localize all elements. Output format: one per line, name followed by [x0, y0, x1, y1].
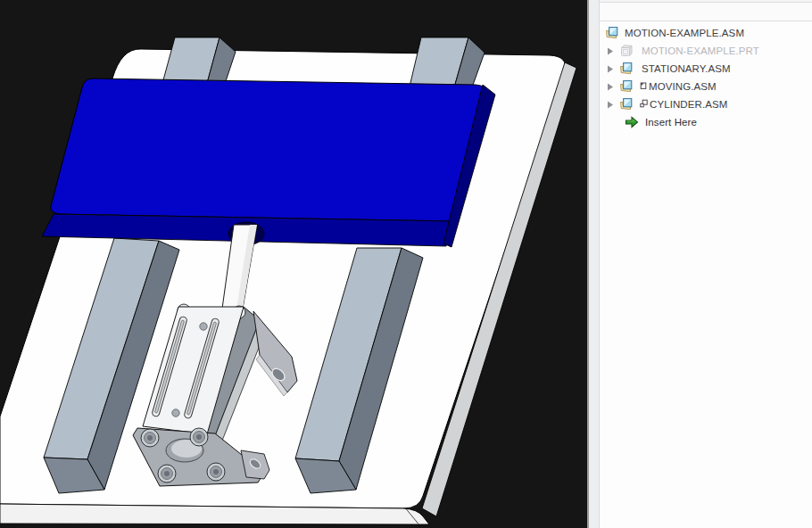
tree-node-label: MOTION-EXAMPLE.ASM	[625, 28, 744, 38]
expand-arrow-icon[interactable]	[607, 101, 614, 109]
overlapping-squares-marker	[640, 99, 648, 110]
model-3d-scene	[0, 0, 587, 528]
part-cube-icon	[619, 44, 634, 58]
model-tree: MOTION-EXAMPLE.ASM MOTION-EXAMPLE.PRT	[600, 21, 812, 131]
model-tree-panel: MOTION-EXAMPLE.ASM MOTION-EXAMPLE.PRT	[600, 0, 812, 528]
assembly-cube-icon	[619, 62, 634, 76]
tree-node-stationary-asm[interactable]: STATIONARY.ASM	[600, 60, 812, 78]
insert-arrow-icon	[625, 115, 639, 129]
moving-plate[interactable]	[42, 78, 495, 247]
tree-node-cylinder-asm[interactable]: CYLINDER.ASM	[600, 95, 812, 113]
square-dot-marker	[640, 81, 647, 92]
tree-node-insert-here[interactable]: Insert Here	[600, 113, 812, 131]
assembly-cube-icon	[619, 97, 634, 111]
tree-node-label: CYLINDER.ASM	[650, 99, 727, 110]
tree-node-motion-example-prt[interactable]: MOTION-EXAMPLE.PRT	[600, 42, 812, 60]
tree-node-label: Insert Here	[645, 117, 697, 128]
model-tree-header	[600, 0, 812, 21]
panel-gutter[interactable]	[589, 0, 600, 528]
tree-node-label: MOVING.ASM	[649, 81, 717, 92]
guide-rail-right-upper[interactable]	[410, 37, 485, 87]
tree-node-moving-asm[interactable]: MOVING.ASM	[600, 78, 812, 95]
guide-rail-left-upper[interactable]	[162, 37, 236, 87]
expand-arrow-icon[interactable]	[607, 65, 614, 73]
tree-node-label: MOTION-EXAMPLE.PRT	[642, 45, 759, 56]
expand-arrow-icon[interactable]	[607, 83, 614, 91]
application-window: { "viewport": { "background_color": "#15…	[0, 0, 812, 528]
tree-node-motion-example-asm[interactable]: MOTION-EXAMPLE.ASM	[600, 24, 812, 42]
graphics-viewport[interactable]	[0, 0, 587, 528]
tree-node-label: STATIONARY.ASM	[642, 63, 731, 74]
expand-arrow-icon[interactable]	[607, 47, 614, 55]
assembly-cube-icon	[605, 26, 619, 40]
assembly-cube-icon	[619, 79, 634, 94]
